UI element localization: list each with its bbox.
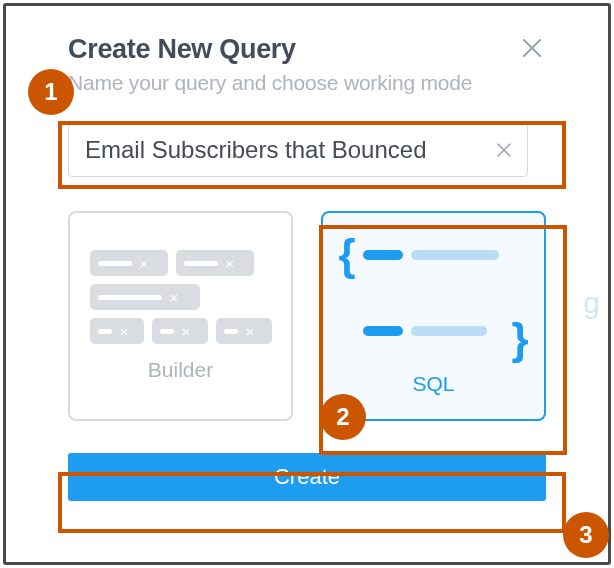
brace-close-icon: } (511, 314, 528, 364)
close-icon[interactable] (520, 36, 544, 60)
query-name-input[interactable] (83, 135, 485, 165)
modal-subtitle: Name your query and choose working mode (68, 71, 546, 95)
query-name-field[interactable] (68, 123, 528, 177)
builder-option-card[interactable]: × × × × × × Builder (68, 211, 293, 421)
create-query-modal: Create New Query Name your query and cho… (36, 6, 578, 562)
clear-name-icon[interactable] (495, 141, 513, 159)
create-button[interactable]: Create (68, 453, 546, 501)
builder-option-label: Builder (148, 358, 213, 382)
modal-title: Create New Query (68, 34, 546, 65)
sql-graphic: { } (339, 236, 529, 358)
background-hint: g (583, 286, 600, 320)
builder-graphic: × × × × × × (90, 250, 272, 344)
sql-option-label: SQL (412, 372, 454, 396)
mode-options: × × × × × × Builder { (68, 211, 546, 421)
sql-option-card[interactable]: { } SQL (321, 211, 546, 421)
brace-open-icon: { (339, 230, 356, 280)
